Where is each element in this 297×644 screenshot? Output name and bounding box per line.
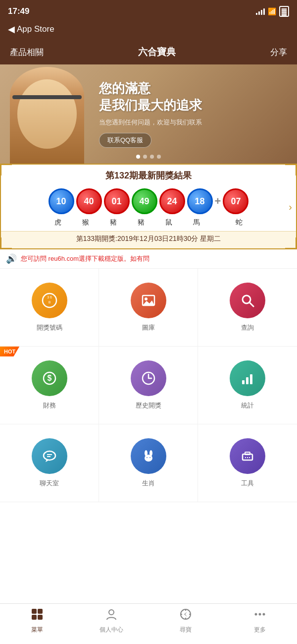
back-navigation[interactable]: ◀ App Store xyxy=(0,22,297,40)
tools-label: 工具 xyxy=(241,479,254,488)
announcement-bar: 🔊 您可訪問 reu6h.com選擇下載穩定版。如有問 xyxy=(0,249,297,269)
svg-point-33 xyxy=(109,610,114,615)
animal-6: 馬 xyxy=(184,218,209,227)
top-nav: 產品相關 六合寶典 分享 xyxy=(0,40,297,64)
grid-item-statistics[interactable]: 統計 xyxy=(198,347,297,424)
hot-badge: HOT xyxy=(0,347,19,356)
ball-6: 18 xyxy=(187,188,213,214)
dot-4[interactable] xyxy=(157,155,161,159)
lottery-next-draw: 第133期開獎:2019年12月03日21時30分 星期二 xyxy=(1,231,296,248)
animal-5: 鼠 xyxy=(156,218,182,227)
tab-more-label: 更多 xyxy=(254,626,266,634)
svg-text:8: 8 xyxy=(48,300,50,304)
svg-rect-31 xyxy=(32,615,37,620)
tab-profile-label: 個人中心 xyxy=(99,626,123,634)
tab-profile[interactable]: 個人中心 xyxy=(92,608,131,634)
tab-bar: 菜單 個人中心 尋寶 xyxy=(0,603,297,644)
statistics-label: 統計 xyxy=(241,401,254,410)
svg-rect-13 xyxy=(246,377,248,384)
svg-point-21 xyxy=(149,450,152,456)
animal-3: 豬 xyxy=(100,218,126,227)
svg-marker-35 xyxy=(184,612,187,617)
animal-last: 蛇 xyxy=(226,218,252,227)
history-label: 歷史開獎 xyxy=(136,401,161,410)
ball-2: 40 xyxy=(76,188,102,214)
signal-icon xyxy=(256,8,265,15)
zodiac-label: 生肖 xyxy=(142,479,155,488)
statistics-icon xyxy=(230,360,265,396)
history-icon xyxy=(131,360,166,396)
banner-image xyxy=(0,64,94,164)
svg-rect-30 xyxy=(38,609,43,614)
svg-point-22 xyxy=(147,457,148,458)
svg-point-41 xyxy=(259,613,261,616)
svg-text:3 6: 3 6 xyxy=(47,295,52,299)
lottery-arrow-icon[interactable]: › xyxy=(289,201,292,212)
lottery-section: 第132期最新開獎結果 10 40 01 49 24 18 + 07 › 虎 猴… xyxy=(0,164,297,249)
ball-3: 01 xyxy=(104,188,130,214)
grid-item-tools[interactable]: 工具 xyxy=(198,424,297,502)
dot-2[interactable] xyxy=(143,155,147,159)
grid-item-lottery-numbers[interactable]: 3 6 8 開獎號碼 xyxy=(0,269,99,347)
animal-1: 虎 xyxy=(45,218,71,227)
nav-center: 六合寶典 xyxy=(138,46,176,59)
svg-point-40 xyxy=(255,613,257,616)
nav-right[interactable]: 分享 xyxy=(270,47,287,58)
finance-label: 財務 xyxy=(43,401,56,410)
search-icon xyxy=(230,283,265,318)
plus-sign: + xyxy=(215,195,221,208)
animal-4: 豬 xyxy=(128,218,154,227)
status-icons: 📶 ▓ xyxy=(256,6,289,17)
svg-point-42 xyxy=(263,613,265,616)
icon-grid: 3 6 8 開獎號碼 圖庫 查 xyxy=(0,269,297,502)
ball-1: 10 xyxy=(49,188,74,214)
ball-4: 49 xyxy=(132,188,157,214)
search-label: 查詢 xyxy=(241,323,254,332)
lottery-numbers-label: 開獎號碼 xyxy=(37,323,62,332)
lottery-balls: 10 40 01 49 24 18 + 07 › xyxy=(1,186,296,216)
dot-1[interactable] xyxy=(136,155,140,159)
gallery-icon xyxy=(131,283,166,318)
battery-icon: ▓ xyxy=(279,6,289,17)
grid-item-history[interactable]: 歷史開獎 xyxy=(99,347,198,424)
status-bar: 17:49 📶 ▓ xyxy=(0,0,297,22)
chat-label: 聊天室 xyxy=(40,479,59,488)
wifi-icon: 📶 xyxy=(268,7,276,15)
announcement-text: 您可訪問 reu6h.com選擇下載穩定版。如有問 xyxy=(21,254,291,263)
grid-item-chat[interactable]: 聊天室 xyxy=(0,424,99,502)
grid-item-finance[interactable]: HOT $ 財務 xyxy=(0,347,99,424)
profile-tab-icon xyxy=(105,608,118,624)
grid-item-search[interactable]: 查詢 xyxy=(198,269,297,347)
grid-item-zodiac[interactable]: 生肖 xyxy=(99,424,198,502)
gallery-label: 圖庫 xyxy=(142,323,155,332)
svg-rect-25 xyxy=(245,452,250,455)
lottery-title: 第132期最新開獎結果 xyxy=(1,165,296,186)
lottery-numbers-icon: 3 6 8 xyxy=(32,283,67,318)
grid-item-gallery[interactable]: 圖庫 xyxy=(99,269,198,347)
lottery-animals: 虎 猴 豬 豬 鼠 馬 蛇 xyxy=(1,216,296,231)
ball-last: 07 xyxy=(223,188,248,214)
zodiac-icon xyxy=(131,438,166,474)
chat-icon xyxy=(32,438,67,474)
tab-menu[interactable]: 菜單 xyxy=(17,608,57,634)
svg-point-4 xyxy=(145,297,148,300)
animal-2: 猴 xyxy=(73,218,99,227)
more-tab-icon xyxy=(253,608,266,624)
svg-point-23 xyxy=(149,457,150,458)
tab-discover[interactable]: 尋寶 xyxy=(166,608,205,634)
status-time: 17:49 xyxy=(8,6,29,16)
svg-rect-14 xyxy=(250,374,252,384)
speaker-icon: 🔊 xyxy=(6,253,17,264)
banner-text: 您的滿意是我们最大的追求 当您遇到任何问题，欢迎与我们联系 联系QQ客服 xyxy=(94,70,297,158)
back-label: App Store xyxy=(17,24,54,34)
main-content: 您的滿意是我们最大的追求 当您遇到任何问题，欢迎与我们联系 联系QQ客服 第13… xyxy=(0,64,297,552)
discover-tab-icon xyxy=(179,608,192,624)
menu-tab-icon xyxy=(31,608,44,624)
banner[interactable]: 您的滿意是我们最大的追求 当您遇到任何问题，欢迎与我们联系 联系QQ客服 xyxy=(0,64,297,164)
dot-3[interactable] xyxy=(150,155,154,159)
tab-more[interactable]: 更多 xyxy=(240,608,280,634)
nav-left[interactable]: 產品相關 xyxy=(10,47,44,58)
tools-icon xyxy=(230,438,265,474)
banner-button[interactable]: 联系QQ客服 xyxy=(99,133,151,148)
banner-headline: 您的滿意是我们最大的追求 xyxy=(99,80,287,114)
